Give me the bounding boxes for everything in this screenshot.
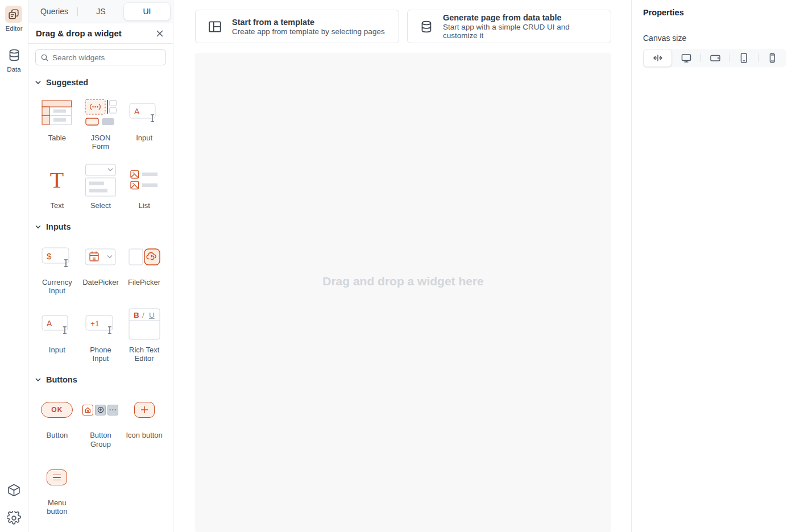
widget-card-currency-input[interactable]: $ Currency Input (35, 240, 79, 296)
plus-icon (140, 406, 148, 414)
currency-input-widget-icon: $ (42, 240, 72, 273)
tab-js[interactable]: JS (78, 3, 124, 20)
svg-text:T: T (50, 168, 64, 193)
card-subtitle: Start app with a simple CRUD UI and cust… (443, 23, 599, 40)
editor-tabbar: Queries JS UI (28, 0, 173, 23)
generate-from-data-card[interactable]: Generate page from data table Start app … (407, 10, 611, 43)
search-wrap (28, 44, 173, 65)
app-rail: Editor Data (0, 0, 28, 532)
close-icon[interactable] (154, 28, 165, 39)
tab-ui[interactable]: UI (124, 3, 170, 20)
tablet-portrait-icon (738, 52, 749, 64)
size-tablet-landscape-button[interactable] (701, 49, 729, 67)
canvas-drop-area[interactable]: Drag and drop a widget here (195, 53, 611, 532)
canvas-size-segmented-control (643, 49, 786, 67)
database-icon (6, 47, 23, 64)
size-fluid-button[interactable] (643, 49, 672, 67)
input-widget-icon: A (42, 308, 72, 341)
phone-input-widget-icon: +1 (85, 308, 116, 341)
widget-card-table[interactable]: Table (35, 96, 79, 151)
database-icon (420, 19, 433, 34)
widget-card-button[interactable]: OK Button (35, 393, 79, 448)
settings-gear-icon[interactable] (7, 511, 21, 525)
card-title: Start from a template (232, 18, 385, 27)
properties-title: Properties (643, 8, 786, 17)
button-group-widget-icon: ··· (82, 405, 118, 415)
svg-text:$: $ (47, 251, 52, 261)
widget-card-filepicker[interactable]: FilePicker (122, 240, 166, 296)
widget-panel-title: Drag & drop a widget (36, 28, 122, 38)
template-icon (208, 19, 222, 34)
widget-panel: Queries JS UI Drag & drop a widget Sugge… (28, 0, 173, 532)
card-subtitle: Create app from template by selecting pa… (232, 27, 385, 36)
main-area: Start from a template Create app from te… (173, 0, 631, 532)
size-desktop-button[interactable] (672, 49, 700, 67)
starter-cards: Start from a template Create app from te… (173, 0, 631, 43)
home-icon (82, 405, 93, 415)
desktop-icon (681, 52, 692, 64)
search-input[interactable] (52, 53, 160, 62)
canvas-placeholder: Drag and drop a widget here (322, 275, 484, 311)
datepicker-widget-icon (85, 240, 117, 273)
rail-bottom (7, 483, 21, 525)
list-widget-icon (130, 164, 159, 197)
widget-card-list[interactable]: List (122, 164, 166, 210)
rich-text-editor-widget-icon: B / U (128, 308, 160, 341)
widget-search[interactable] (35, 49, 166, 65)
widget-card-text[interactable]: T Text (35, 164, 79, 210)
widget-card-datepicker[interactable]: DatePicker (79, 240, 123, 296)
svg-text:A: A (134, 107, 140, 116)
icon-button-widget-icon (134, 402, 155, 418)
filepicker-widget-icon (128, 240, 160, 273)
properties-panel: Properties Canvas size (631, 0, 796, 532)
widget-card-input[interactable]: A Input (122, 96, 166, 151)
section-inputs[interactable]: Inputs (35, 222, 166, 231)
tablet-landscape-icon (710, 52, 721, 64)
canvas-size-label: Canvas size (643, 34, 786, 43)
widget-card-select[interactable]: Select (79, 164, 123, 210)
chevron-down-icon (35, 225, 41, 228)
editor-icon (5, 6, 22, 23)
svg-text:/: / (142, 310, 144, 319)
size-tablet-button[interactable] (729, 49, 757, 67)
chevron-down-icon (35, 81, 41, 84)
svg-text:B: B (134, 310, 139, 319)
size-mobile-button[interactable] (758, 49, 786, 67)
widget-card-phone-input[interactable]: +1 Phone Input (79, 308, 123, 363)
widget-card-json-form[interactable]: JSON Form (79, 96, 123, 151)
suggested-grid: Table JSON Form (35, 96, 166, 210)
buttons-grid: OK Button ··· Button Group (35, 393, 166, 516)
input-widget-icon: A (129, 96, 160, 129)
widget-card-icon-button[interactable]: Icon button (122, 393, 166, 448)
widget-list: Suggested Table (28, 65, 173, 532)
widget-card-rich-text-editor[interactable]: B / U Rich Text Editor (122, 308, 166, 363)
json-form-widget-icon (85, 96, 117, 129)
menu-button-widget-icon (47, 469, 67, 485)
svg-text:+1: +1 (90, 319, 99, 327)
fluid-width-icon (652, 52, 664, 64)
search-icon (41, 54, 48, 61)
ellipsis-icon: ··· (107, 405, 118, 415)
start-from-template-card[interactable]: Start from a template Create app from te… (195, 10, 399, 43)
rail-data-label: Data (7, 66, 20, 73)
rail-item-editor[interactable]: Editor (5, 6, 22, 32)
widget-panel-header: Drag & drop a widget (28, 23, 173, 44)
section-suggested[interactable]: Suggested (35, 78, 166, 87)
tab-queries[interactable]: Queries (31, 3, 77, 20)
widget-card-input2[interactable]: A Input (35, 308, 79, 363)
widget-card-menu-button[interactable]: Menu button (35, 461, 79, 516)
text-widget-icon: T (45, 164, 68, 197)
mobile-icon (766, 52, 778, 64)
libraries-cube-icon[interactable] (7, 483, 21, 497)
svg-text:A: A (47, 319, 52, 328)
section-buttons[interactable]: Buttons (35, 375, 166, 384)
widget-card-button-group[interactable]: ··· Button Group (79, 393, 123, 448)
table-widget-icon (42, 96, 72, 129)
button-widget-icon: OK (41, 402, 73, 418)
svg-text:U: U (149, 310, 155, 319)
select-widget-icon (85, 164, 117, 197)
inputs-grid: $ Currency Input (35, 240, 166, 363)
rail-editor-label: Editor (5, 25, 22, 32)
rail-item-data[interactable]: Data (6, 47, 23, 73)
plus-circle-icon (95, 405, 106, 415)
